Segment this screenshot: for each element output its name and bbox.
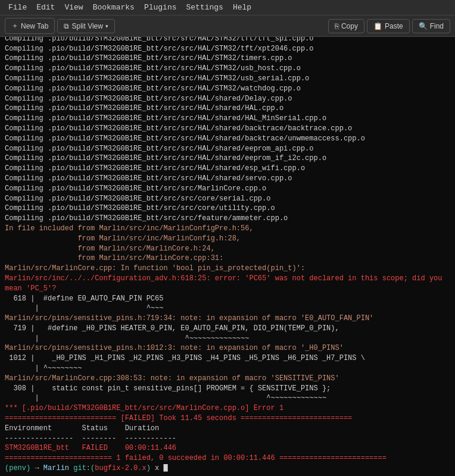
menu-settings[interactable]: Settings bbox=[181, 2, 228, 13]
terminal-line: Environment Status Duration bbox=[5, 424, 450, 434]
terminal-line: Compiling .pio/build/STM32G0B1RE_btt/src… bbox=[5, 94, 450, 104]
terminal-line: from Marlin/src/MarlinCore.cpp:31: bbox=[5, 253, 450, 264]
terminal-line: Compiling .pio/build/STM32G0B1RE_btt/src… bbox=[5, 164, 450, 174]
terminal-line: Compiling .pio/build/STM32G0B1RE_btt/src… bbox=[5, 114, 450, 124]
terminal-line: ---------------- -------- ------------ bbox=[5, 434, 450, 444]
terminal-line: In file included from Marlin/src/inc/Mar… bbox=[5, 224, 450, 234]
new-tab-button[interactable]: ＋ New Tab bbox=[5, 18, 55, 34]
terminal-line: *** [.pio/build/STM32G0B1RE_btt/src/src/… bbox=[5, 403, 450, 414]
terminal-line: 1012 | _H0_PINS _H1_PINS _H2_PINS _H3_PI… bbox=[5, 353, 450, 364]
terminal-line: Marlin/src/MarlinCore.cpp:308:53: note: … bbox=[5, 374, 450, 384]
menu-bookmarks[interactable]: Bookmarks bbox=[88, 2, 139, 13]
toolbar: ＋ New Tab ⧉ Split View ▾ ⎘ Copy 📋 Paste … bbox=[0, 15, 455, 37]
terminal-line: Compiling .pio/build/STM32G0B1RE_btt/src… bbox=[5, 184, 450, 194]
terminal-line: Compiling .pio/build/STM32G0B1RE_btt/src… bbox=[5, 134, 450, 144]
terminal-line: Compiling .pio/build/STM32G0B1RE_btt/src… bbox=[5, 54, 450, 64]
terminal-line: Compiling .pio/build/STM32G0B1RE_btt/src… bbox=[5, 104, 450, 114]
menu-view[interactable]: View bbox=[60, 2, 88, 13]
terminal-line: | ^~~~~~~~~ bbox=[5, 364, 450, 374]
new-tab-label: New Tab bbox=[21, 22, 48, 30]
terminal-line: Marlin/src/pins/sensitive_pins.h:1012:3:… bbox=[5, 343, 450, 353]
copy-icon: ⎘ bbox=[335, 22, 339, 30]
menu-file[interactable]: File bbox=[4, 2, 32, 13]
split-view-label: Split View bbox=[71, 22, 102, 30]
terminal-line: Compiling .pio/build/STM32G0B1RE_btt/src… bbox=[5, 64, 450, 74]
menu-help[interactable]: Help bbox=[228, 2, 256, 13]
terminal-line: from Marlin/src/inc/MarlinConfig.h:28, bbox=[5, 234, 450, 244]
terminal-line: STM32G0B1RE_btt FAILED 00:00:11.446 bbox=[5, 443, 450, 453]
terminal-line: Compiling .pio/build/STM32G0B1RE_btt/src… bbox=[5, 203, 450, 214]
terminal-line: Marlin/src/inc/../../Configuration_adv.h… bbox=[5, 274, 450, 284]
terminal-line: mean 'PC_5'? bbox=[5, 284, 450, 294]
terminal-line: ========================== [FAILED] Took… bbox=[5, 414, 450, 424]
search-icon: 🔍 bbox=[419, 22, 428, 30]
terminal-line: 308 | static const pin_t sensitive_pins[… bbox=[5, 384, 450, 394]
terminal-line: Compiling .pio/build/STM32G0B1RE_btt/src… bbox=[5, 124, 450, 134]
terminal-line: Compiling .pio/build/STM32G0B1RE_btt/src… bbox=[5, 174, 450, 184]
terminal-line: Compiling .pio/build/STM32G0B1RE_btt/src… bbox=[5, 84, 450, 94]
copy-label: Copy bbox=[341, 22, 358, 30]
terminal-prompt: (penv) → Marlin git:(bugfix-2.0.x) x █ bbox=[5, 464, 450, 474]
terminal-line: Compiling .pio/build/STM32G0B1RE_btt/src… bbox=[5, 44, 450, 54]
terminal-line: Compiling .pio/build/STM32G0B1RE_btt/src… bbox=[5, 214, 450, 224]
terminal-line: | ^~~~ bbox=[5, 303, 450, 314]
toolbar-right: ⎘ Copy 📋 Paste 🔍 Find bbox=[328, 19, 450, 33]
terminal-line: Compiling .pio/build/STM32G0B1RE_btt/src… bbox=[5, 194, 450, 204]
terminal-line: from Marlin/src/MarlinCore.h:24, bbox=[5, 244, 450, 254]
terminal-line: 618 | #define E0_AUTO_FAN_PIN PC65 bbox=[5, 294, 450, 304]
menu-bar: File Edit View Bookmarks Plugins Setting… bbox=[0, 0, 455, 15]
find-label: Find bbox=[430, 22, 444, 30]
terminal-line: Compiling .pio/build/STM32G0B1RE_btt/src… bbox=[5, 154, 450, 164]
copy-button[interactable]: ⎘ Copy bbox=[328, 19, 364, 33]
terminal-line: Compiling .pio/build/STM32G0B1RE_btt/src… bbox=[5, 37, 450, 44]
terminal-line: Marlin/src/pins/sensitive_pins.h:719:34:… bbox=[5, 314, 450, 324]
new-tab-icon: ＋ bbox=[11, 21, 18, 31]
paste-button[interactable]: 📋 Paste bbox=[367, 19, 410, 33]
paste-icon: 📋 bbox=[373, 22, 382, 30]
terminal-line: ========================= 1 failed, 0 su… bbox=[5, 453, 450, 464]
split-view-icon: ⧉ bbox=[64, 22, 69, 30]
find-button[interactable]: 🔍 Find bbox=[412, 19, 450, 33]
terminal-line: Marlin/src/MarlinCore.cpp: In function '… bbox=[5, 264, 450, 274]
terminal-line: 719 | #define _H0_PINS HEATER_0_PIN, E0_… bbox=[5, 324, 450, 334]
split-view-button[interactable]: ⧉ Split View ▾ bbox=[57, 19, 114, 33]
paste-label: Paste bbox=[385, 22, 403, 30]
menu-edit[interactable]: Edit bbox=[32, 2, 60, 13]
terminal-line: | ^~~~~~~~~~~~~~~ bbox=[5, 334, 450, 344]
chevron-down-icon: ▾ bbox=[105, 23, 108, 29]
terminal-line: | ^~~~~~~~~~~~~~ bbox=[5, 393, 450, 403]
terminal-line: Compiling .pio/build/STM32G0B1RE_btt/src… bbox=[5, 74, 450, 84]
terminal[interactable]: Compiling .pio/build/STM32G0B1RE_btt/src… bbox=[0, 37, 455, 476]
terminal-line: Compiling .pio/build/STM32G0B1RE_btt/src… bbox=[5, 144, 450, 154]
menu-plugins[interactable]: Plugins bbox=[139, 2, 182, 13]
